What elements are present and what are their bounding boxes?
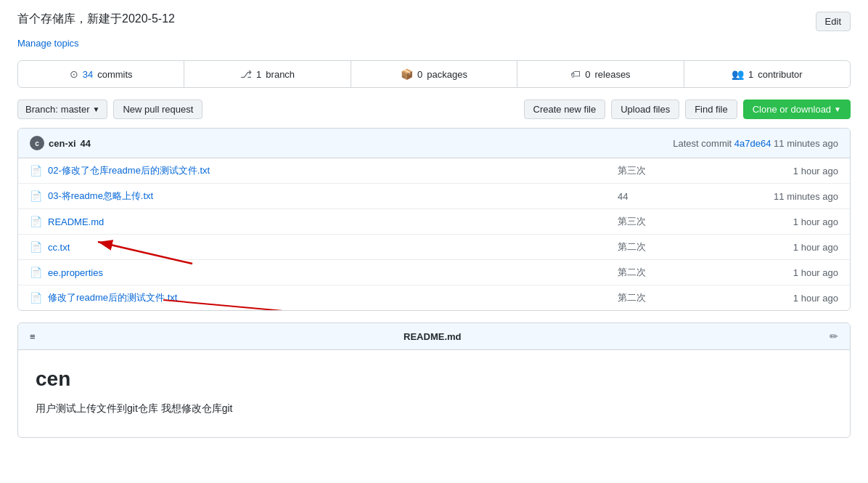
file-toolbar: Branch: master ▼ New pull request Create… — [17, 100, 851, 119]
commit-time: 11 minutes ago — [774, 138, 838, 149]
toolbar-right: Create new file Upload files Find file C… — [524, 100, 851, 119]
packages-label: packages — [427, 69, 467, 80]
file-commit: 44 — [606, 191, 751, 202]
toolbar-left: Branch: master ▼ New pull request — [17, 100, 202, 119]
package-icon: 📦 — [401, 68, 413, 80]
readme-edit-button[interactable]: ✏ — [830, 330, 838, 342]
branch-selector[interactable]: Branch: master ▼ — [17, 100, 107, 119]
packages-stat[interactable]: 📦 0 packages — [351, 61, 517, 87]
file-commit: 第二次 — [606, 291, 751, 304]
tag-icon: 🏷 — [570, 68, 581, 80]
chevron-down-icon: ▼ — [93, 105, 100, 113]
commits-stat[interactable]: ⊙ 34 commits — [18, 61, 184, 87]
contributors-icon: 👥 — [732, 68, 744, 80]
table-row: 📄 cc.txt 第二次 1 hour ago — [18, 235, 850, 260]
edit-button[interactable]: Edit — [816, 12, 851, 31]
table-row: 📄 02-修改了仓库readme后的测试文件.txt 第三次 1 hour ag… — [18, 158, 850, 184]
repo-title: 首个存储库，新建于2020-5-12 — [17, 12, 175, 27]
readme-title: README.md — [404, 331, 461, 342]
file-icon: 📄 — [30, 292, 42, 304]
file-time: 11 minutes ago — [751, 191, 838, 202]
file-commit: 第二次 — [606, 240, 751, 253]
commits-label: commits — [97, 69, 132, 80]
clone-label: Clone or download — [753, 104, 831, 115]
table-row: 📄 03-将readme忽略上传.txt 44 11 minutes ago — [18, 184, 850, 209]
upload-files-button[interactable]: Upload files — [611, 100, 679, 119]
readme-icon: ≡ — [30, 331, 36, 342]
contributors-count: 1 — [748, 69, 753, 80]
readme-header: ≡ README.md ✏ — [18, 323, 850, 350]
file-link[interactable]: ee.properties — [48, 267, 606, 278]
branch-name: master — [61, 104, 90, 115]
contributors-label: contributor — [758, 69, 802, 80]
commits-count[interactable]: 34 — [83, 69, 93, 80]
table-row: 📄 README.md 第三次 1 hour ago — [18, 209, 850, 235]
file-link[interactable]: cc.txt — [48, 242, 606, 253]
file-icon: 📄 — [30, 241, 42, 253]
file-time: 1 hour ago — [751, 242, 838, 253]
file-time: 1 hour ago — [751, 293, 838, 304]
releases-label: releases — [594, 69, 630, 80]
releases-stat[interactable]: 🏷 0 releases — [517, 61, 684, 87]
file-link[interactable]: 02-修改了仓库readme后的测试文件.txt — [48, 164, 606, 177]
commit-message: 44 — [81, 138, 91, 149]
branch-label: Branch: — [25, 104, 58, 115]
contributors-stat[interactable]: 👥 1 contributor — [684, 61, 850, 87]
file-commit: 第二次 — [606, 266, 751, 279]
readme-content: cen 用户测试上传文件到git仓库 我想修改仓库git — [18, 350, 850, 437]
new-pull-request-button[interactable]: New pull request — [113, 100, 202, 119]
releases-count: 0 — [585, 69, 590, 80]
file-icon: 📄 — [30, 216, 42, 227]
file-time: 1 hour ago — [751, 267, 838, 278]
author-avatar: c — [30, 136, 44, 150]
branch-icon: ⎇ — [240, 68, 252, 80]
file-commit: 第三次 — [606, 215, 751, 228]
author-name[interactable]: cen-xi — [49, 138, 76, 149]
readme-heading: cen — [36, 368, 832, 391]
clone-chevron-icon: ▼ — [834, 105, 841, 113]
find-file-button[interactable]: Find file — [685, 100, 737, 119]
branches-stat[interactable]: ⎇ 1 branch — [184, 61, 351, 87]
table-row: 📄 ee.properties 第二次 1 hour ago — [18, 260, 850, 285]
file-commit: 第三次 — [606, 164, 751, 177]
file-icon: 📄 — [30, 165, 42, 176]
file-table-header: c cen-xi 44 Latest commit 4a7de64 11 min… — [18, 129, 850, 158]
repo-header: 首个存储库，新建于2020-5-12 Edit — [17, 12, 851, 31]
file-time: 1 hour ago — [751, 166, 838, 176]
commit-meta: Latest commit 4a7de64 11 minutes ago — [673, 138, 838, 149]
packages-count: 0 — [417, 69, 422, 80]
latest-commit-label: Latest commit — [673, 138, 732, 149]
create-new-file-button[interactable]: Create new file — [524, 100, 606, 119]
file-link[interactable]: 修改了readme后的测试文件.txt — [48, 291, 606, 304]
branches-count: 1 — [256, 69, 261, 80]
branches-label: branch — [266, 69, 295, 80]
file-link[interactable]: 03-将readme忽略上传.txt — [48, 190, 606, 203]
commit-hash[interactable]: 4a7de64 — [734, 138, 771, 149]
file-link[interactable]: README.md — [48, 216, 606, 227]
manage-topics-link[interactable]: Manage topics — [17, 38, 79, 49]
table-row: 📄 修改了readme后的测试文件.txt 第二次 1 hour ago — [18, 285, 850, 310]
file-icon: 📄 — [30, 267, 42, 278]
stats-bar: ⊙ 34 commits ⎇ 1 branch 📦 0 packages 🏷 0… — [17, 60, 851, 88]
commits-icon: ⊙ — [70, 68, 78, 80]
file-icon: 📄 — [30, 190, 42, 202]
commit-author: c cen-xi 44 — [30, 136, 91, 150]
readme-body: 用户测试上传文件到git仓库 我想修改仓库git — [36, 402, 832, 415]
clone-or-download-button[interactable]: Clone or download ▼ — [743, 100, 851, 119]
file-time: 1 hour ago — [751, 216, 838, 227]
readme-section: ≡ README.md ✏ cen 用户测试上传文件到git仓库 我想修改仓库g… — [17, 322, 851, 438]
file-table: c cen-xi 44 Latest commit 4a7de64 11 min… — [17, 128, 851, 311]
